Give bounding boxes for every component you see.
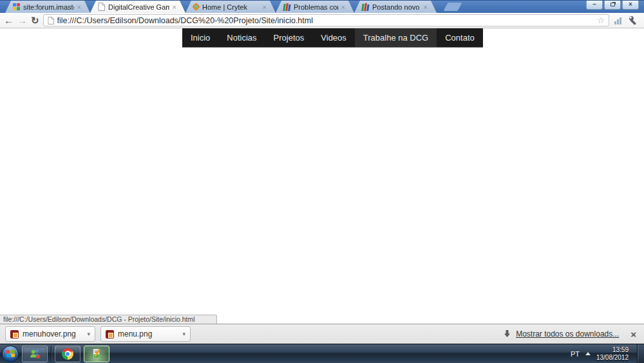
chevron-down-icon[interactable]: ▾ — [176, 331, 185, 337]
tab-imasters-topic-2[interactable]: Postando novo tópico - iM × — [354, 1, 437, 13]
image-file-icon — [106, 330, 114, 338]
tab-close-icon[interactable]: × — [341, 3, 345, 11]
language-indicator[interactable]: PT — [571, 350, 580, 358]
google-icon — [13, 3, 20, 10]
editor-icon — [91, 348, 102, 359]
menu-item-videos[interactable]: Videos — [312, 28, 355, 47]
download-item-menu[interactable]: menu.png ▾ — [100, 326, 191, 342]
address-bar[interactable]: file:///C:/Users/Edilson/Downloads/DCG%2… — [43, 14, 609, 26]
show-desktop-button[interactable] — [637, 344, 644, 363]
download-file-name: menuhover.png — [23, 329, 76, 338]
forward-button[interactable]: → — [17, 14, 27, 27]
imasters-icon — [361, 3, 370, 11]
screen: site:forum.imasters.com.br × DigitalCrea… — [0, 0, 644, 363]
reload-button[interactable]: ↻ — [31, 14, 39, 27]
chevron-down-icon[interactable]: ▾ — [80, 331, 90, 337]
site-nav-menu: Inicio Noticias Projetos Videos Trabalhe… — [182, 28, 483, 48]
new-tab-button[interactable] — [444, 3, 462, 11]
downloads-bar-close-icon[interactable]: × — [624, 329, 639, 340]
download-item-menuhover[interactable]: menuhover.png ▾ — [5, 326, 95, 342]
browser-toolbar: ← → ↻ file:///C:/Users/Edilson/Downloads… — [0, 13, 644, 28]
chrome-icon — [62, 348, 73, 360]
download-file-name: menu.png — [118, 329, 152, 338]
tab-imasters-topic-1[interactable]: Problemas com Menu Hor × — [276, 1, 354, 13]
tab-digitalcreative-games[interactable]: DigitalCreative Games × — [90, 1, 185, 13]
downloads-bar: menuhover.png ▾ menu.png ▾ Mostrar todos… — [0, 324, 644, 344]
close-icon: × — [629, 1, 632, 8]
tab-crytek[interactable]: Home | Crytek × — [185, 1, 276, 13]
hidden-icons-arrow[interactable] — [585, 352, 591, 355]
taskbar-chrome-button[interactable] — [55, 346, 80, 362]
page-content: Inicio Noticias Projetos Videos Trabalhe… — [0, 28, 644, 324]
tab-title: Home | Crytek — [202, 3, 260, 11]
tab-close-icon[interactable]: × — [173, 3, 176, 11]
taskbar-editor-button[interactable] — [84, 346, 109, 362]
tab-title: DigitalCreative Games — [108, 3, 169, 11]
menu-item-projetos[interactable]: Projetos — [265, 28, 313, 47]
tab-imasters-search[interactable]: site:forum.imasters.com.br × — [5, 1, 90, 13]
window-controls: – × — [586, 1, 639, 10]
tab-title: Problemas com Menu Hor — [294, 3, 338, 11]
menu-item-trabalhe-na-dcg[interactable]: Trabalhe na DCG — [355, 28, 437, 47]
minimize-icon: – — [592, 1, 596, 8]
url-text[interactable]: file:///C:/Users/Edilson/Downloads/DCG%2… — [57, 16, 594, 25]
browser-tab-strip: site:forum.imasters.com.br × DigitalCrea… — [0, 0, 644, 13]
taskbar-clock[interactable]: 13:59 13/08/2012 — [596, 346, 631, 362]
menu-item-noticias[interactable]: Noticias — [218, 28, 265, 47]
back-button[interactable]: ← — [4, 14, 14, 27]
system-tray: PT 13:59 13/08/2012 — [571, 344, 644, 363]
tab-close-icon[interactable]: × — [77, 3, 81, 11]
tab-title: Postando novo tópico - iM — [372, 3, 421, 11]
windows-logo-icon — [6, 350, 15, 358]
windows-taskbar: PT 13:59 13/08/2012 — [0, 344, 644, 363]
tab-title: site:forum.imasters.com.br — [23, 3, 74, 11]
window-restore-button[interactable] — [604, 1, 621, 10]
imasters-icon — [283, 3, 291, 11]
show-all-downloads-link[interactable]: Mostrar todos os downloads... — [516, 329, 619, 338]
bookmark-star-icon[interactable]: ☆ — [597, 15, 605, 25]
tab-close-icon[interactable]: × — [263, 3, 267, 11]
crytek-icon — [192, 3, 200, 11]
menu-item-inicio[interactable]: Inicio — [182, 28, 218, 47]
clock-date: 13/08/2012 — [596, 354, 629, 362]
page-icon — [48, 17, 54, 25]
restore-icon — [611, 3, 615, 6]
clock-time: 13:59 — [596, 346, 629, 354]
taskbar-messenger-button[interactable] — [22, 346, 48, 362]
start-button[interactable] — [2, 346, 19, 362]
window-minimize-button[interactable]: – — [586, 1, 603, 10]
download-arrow-icon — [504, 330, 511, 338]
window-close-button[interactable]: × — [622, 1, 639, 10]
page-icon — [98, 3, 105, 11]
messenger-icon — [30, 348, 41, 359]
image-file-icon — [10, 330, 19, 338]
status-bar-link-preview: file:///C:/Users/Edilson/Downloads/DCG -… — [0, 315, 217, 324]
taskbar-divider — [51, 346, 52, 362]
tab-close-icon[interactable]: × — [424, 3, 428, 11]
wrench-menu-icon[interactable] — [627, 15, 640, 25]
menu-item-contato[interactable]: Contato — [437, 28, 483, 47]
page-action-bars-icon[interactable] — [613, 17, 623, 25]
